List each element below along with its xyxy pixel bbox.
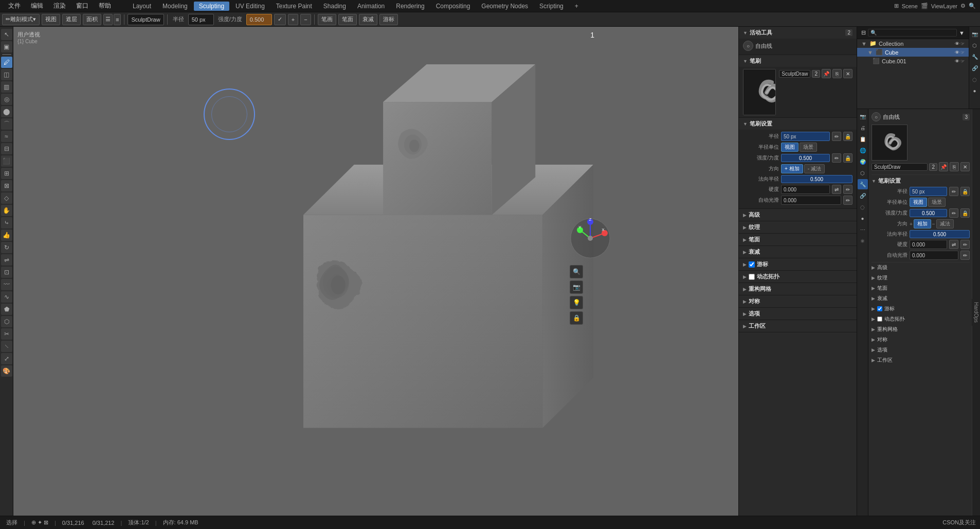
right-brush-copy[interactable]: ⎘	[950, 162, 959, 171]
rp-remesh-header[interactable]: ▶ 重构网格	[872, 324, 970, 334]
tool-clay[interactable]: ◫	[1, 69, 12, 80]
world-props-icon[interactable]: 🌍	[858, 156, 868, 167]
stroke-header[interactable]: ▶ 笔面	[739, 234, 857, 245]
rp-radius-value[interactable]: 50 px	[910, 187, 947, 196]
hardness-value[interactable]: 0.000	[781, 185, 830, 194]
brush-settings-header[interactable]: ▼ 笔刷设置	[739, 118, 857, 130]
navigation-gizmo[interactable]: X Y Z	[570, 218, 611, 259]
brush-copy-btn[interactable]: ⎘	[832, 69, 842, 78]
strength-field[interactable]: 0.500	[246, 14, 272, 25]
rp-strength-pen[interactable]: ✏	[949, 208, 958, 218]
search-icon[interactable]: 🔍	[969, 3, 976, 9]
dyntopo-checkbox[interactable]	[749, 274, 755, 280]
brush-remove-btn[interactable]: ✕	[843, 69, 852, 78]
brush-header[interactable]: ▼ 笔刷	[739, 55, 857, 67]
radius-view-btn[interactable]: 视图	[781, 143, 798, 152]
hardness-icon[interactable]: ⇌	[832, 185, 841, 194]
outliner-modifier-icon[interactable]: 🔧	[970, 51, 980, 62]
tool-rotate[interactable]: ↻	[1, 242, 12, 253]
tool-color[interactable]: 🎨	[1, 365, 12, 377]
active-tool-header[interactable]: ▼ 活动工具 2	[739, 27, 857, 39]
autosmooth-edit-icon[interactable]: ✏	[843, 196, 852, 205]
tool-simplify[interactable]: ∿	[1, 291, 12, 303]
tab-sculpting[interactable]: Sculpting	[194, 2, 229, 11]
tab-scripting[interactable]: Scripting	[534, 2, 569, 11]
menu-edit[interactable]: 编辑	[27, 1, 47, 11]
rp-autosmooth-edit[interactable]: ✏	[960, 251, 970, 260]
pointer-icon[interactable]: ☞	[960, 41, 965, 46]
tool-boundary[interactable]: ⊡	[1, 267, 12, 278]
cube-item[interactable]: ▼ ⬛ Cube 👁 ☞	[857, 48, 969, 57]
rp-texture-header[interactable]: ▶ 纹理	[872, 273, 970, 283]
camera-btn[interactable]: 📷	[570, 280, 583, 294]
menu-help[interactable]: 帮助	[95, 1, 115, 11]
child-eye-icon[interactable]: 👁	[955, 59, 959, 64]
data-props-icon[interactable]: ◌	[858, 202, 868, 212]
mat-props-icon[interactable]: ●	[858, 213, 868, 223]
cube-child-item[interactable]: ⬛ Cube.001 👁 ☞	[857, 57, 969, 65]
menu-render[interactable]: 渲染	[49, 1, 70, 11]
tab-animation[interactable]: Animation	[352, 2, 390, 11]
rp-falloff-header[interactable]: ▶ 衰减	[872, 293, 970, 304]
tool-line-project[interactable]: ⟍	[1, 341, 12, 352]
radius-value[interactable]: 50 px	[781, 132, 830, 141]
options-header[interactable]: ▶ 选项	[739, 308, 857, 320]
lock-btn[interactable]: 🔒	[570, 311, 583, 325]
cube-eye-icon[interactable]: 👁	[955, 50, 959, 55]
falloff-dropdown[interactable]: 游标	[379, 14, 398, 25]
particle-props-icon[interactable]: ⋯	[858, 224, 868, 235]
falloff-header[interactable]: ▶ 衰减	[739, 246, 857, 258]
tab-texture-paint[interactable]: Texture Paint	[271, 2, 317, 11]
cursor-checkbox[interactable]	[749, 261, 755, 268]
tab-add[interactable]: +	[570, 2, 584, 11]
tool-grab[interactable]: ✋	[1, 205, 12, 216]
tool-pinch[interactable]: ◇	[1, 192, 12, 204]
right-brush-settings-header[interactable]: ▼ 笔刷设置	[872, 177, 970, 185]
outliner-render-icon[interactable]: 📷	[970, 29, 980, 39]
tool-blob[interactable]: ⬤	[1, 106, 12, 117]
texture-dropdown[interactable]: 笔面	[338, 14, 357, 25]
outliner-search[interactable]: 🔍	[868, 29, 957, 37]
normal-radius-slider[interactable]: 0.500	[781, 175, 852, 183]
tool-slide-relax[interactable]: ⇌	[1, 254, 12, 266]
brush-dropdown[interactable]: 笔画	[318, 14, 336, 25]
viewport[interactable]: 用户透视 {1} Cube 1 X Y	[13, 27, 738, 516]
rp-radius-lock[interactable]: 🔒	[960, 187, 970, 196]
tool-mask[interactable]: ⬟	[1, 304, 12, 315]
tool-fill[interactable]: ⬛	[1, 155, 12, 167]
rp-hardness-value[interactable]: 0.000	[910, 240, 947, 249]
radius-scene-btn[interactable]: 场景	[800, 143, 817, 152]
tool-cloth[interactable]: 〰	[1, 279, 12, 290]
hardops-tab[interactable]: HardOps	[972, 109, 980, 516]
dyntopo-header[interactable]: ▶ 动态拓扑	[739, 271, 857, 283]
face-btn[interactable]: 面积	[83, 14, 101, 25]
brush-pin-btn[interactable]: 📌	[822, 69, 831, 78]
cube-pointer-icon[interactable]: ☞	[960, 50, 965, 55]
tab-geometry-nodes[interactable]: Geometry Nodes	[476, 2, 533, 11]
child-pointer-icon[interactable]: ☞	[960, 59, 965, 64]
tool-sculpt-draw[interactable]: 🖊	[1, 57, 12, 68]
hardness-edit-icon[interactable]: ✏	[843, 185, 852, 194]
right-brush-remove[interactable]: ✕	[960, 162, 970, 171]
rp-view-btn[interactable]: 视图	[910, 198, 927, 207]
strength-pen-icon[interactable]: ✏	[832, 153, 841, 163]
tab-layout[interactable]: Layout	[128, 2, 156, 11]
tab-rendering[interactable]: Rendering	[391, 2, 429, 11]
modifier-props-icon[interactable]: 🔧	[858, 179, 868, 189]
tool-icon-1[interactable]: ☰	[103, 14, 113, 25]
add-btn[interactable]: + 相加	[781, 164, 803, 173]
rp-strength-lock[interactable]: 🔒	[960, 208, 970, 218]
texture-header[interactable]: ▶ 纹理	[739, 221, 857, 233]
tool-smooth[interactable]: ≈	[1, 131, 12, 142]
outliner-mat-icon[interactable]: ●	[970, 85, 980, 96]
output-props-icon[interactable]: 🖨	[858, 122, 868, 133]
tool-clay-strips[interactable]: ▥	[1, 81, 12, 93]
eye-icon[interactable]: 👁	[955, 41, 959, 46]
strength-icon-2[interactable]: +	[288, 14, 298, 25]
rp-hardness-icon[interactable]: ⇌	[949, 240, 958, 249]
overlay-btn[interactable]: 遮层	[62, 14, 81, 25]
constraint-props-icon[interactable]: 🔗	[858, 190, 868, 201]
rp-workspace-header[interactable]: ▶ 工作区	[872, 355, 970, 365]
tab-shading[interactable]: Shading	[318, 2, 351, 11]
rp-dyntopo-header[interactable]: ▶ 动态拓扑	[872, 314, 970, 324]
